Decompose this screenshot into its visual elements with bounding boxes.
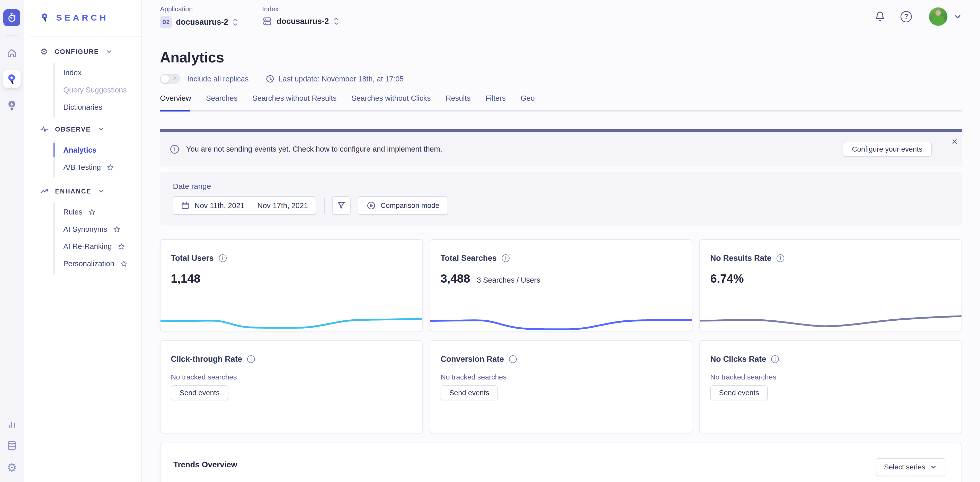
- info-icon[interactable]: i: [502, 254, 509, 262]
- chevron-down-icon: [98, 188, 105, 195]
- metric-value: 3,488: [441, 271, 470, 285]
- sidebar-item-label: Index: [63, 68, 81, 77]
- configure-events-button[interactable]: Configure your events: [843, 142, 932, 157]
- section-enhance-header[interactable]: ENHANCE: [40, 187, 135, 195]
- card-title: Click-through Rate: [171, 355, 242, 364]
- sidebar-item-personalization[interactable]: Personalization: [63, 255, 135, 272]
- home-nav-item[interactable]: [6, 48, 17, 59]
- info-icon[interactable]: i: [509, 355, 517, 363]
- timer-app-icon[interactable]: [3, 9, 20, 26]
- send-events-button[interactable]: Send events: [171, 385, 228, 400]
- no-clicks-rate-card: No Clicks Rate i No tracked searches Sen…: [699, 340, 962, 433]
- click-through-rate-card: Click-through Rate i No tracked searches…: [160, 340, 423, 433]
- sidebar-item-analytics[interactable]: Analytics: [63, 141, 135, 159]
- analytics-tabs: Overview Searches Searches without Resul…: [160, 94, 535, 110]
- include-replicas-toggle[interactable]: ✕: [160, 74, 180, 84]
- section-observe: OBSERVE Analytics A/B Testing: [40, 125, 135, 178]
- last-update-text: Last update: November 18th, at 17:05: [278, 75, 404, 83]
- star-icon[interactable]: [107, 164, 114, 171]
- search-pin-icon: [6, 73, 18, 84]
- info-icon[interactable]: i: [776, 254, 784, 262]
- chevron-down-icon: [953, 12, 962, 21]
- help-button[interactable]: ?: [900, 11, 912, 22]
- tab-searches[interactable]: Searches: [206, 94, 238, 110]
- send-events-button[interactable]: Send events: [441, 385, 498, 400]
- info-icon[interactable]: i: [247, 355, 255, 363]
- sidebar-item-label: Query Suggestions: [63, 86, 127, 94]
- section-observe-header[interactable]: OBSERVE: [40, 125, 135, 133]
- data-nav-item[interactable]: [6, 440, 17, 451]
- card-title: Conversion Rate: [441, 355, 504, 364]
- tab-overview[interactable]: Overview: [160, 94, 191, 110]
- total-searches-sparkline: [430, 295, 692, 331]
- index-selector[interactable]: docusaurus-2: [262, 16, 339, 27]
- sidebar-item-index[interactable]: Index: [63, 64, 135, 81]
- total-users-sparkline: [160, 295, 423, 331]
- select-series-button[interactable]: Select series: [876, 458, 945, 476]
- star-icon[interactable]: [113, 225, 121, 233]
- home-icon: [6, 48, 17, 59]
- sidebar-item-label: A/B Testing: [63, 163, 101, 172]
- search-product-logo[interactable]: SEARCH: [40, 12, 108, 22]
- page-title: Analytics: [160, 49, 224, 66]
- sidebar-item-label: AI Synonyms: [63, 225, 107, 233]
- search-pin-logo-icon: [40, 12, 49, 22]
- date-range-panel: Date range Nov 11th, 2021 Nov 17th, 2021…: [160, 172, 962, 225]
- close-icon[interactable]: ✕: [951, 138, 958, 146]
- info-icon[interactable]: i: [219, 254, 227, 262]
- star-icon[interactable]: [120, 260, 127, 268]
- section-enhance: ENHANCE Rules AI Synonyms AI Re-Ranking …: [40, 187, 135, 274]
- gear-icon: ⚙: [40, 47, 48, 56]
- star-icon[interactable]: [118, 243, 125, 251]
- index-label: Index: [262, 5, 339, 13]
- controls-divider: [325, 198, 325, 214]
- calendar-icon: [181, 201, 189, 210]
- section-configure-header[interactable]: ⚙ CONFIGURE: [40, 47, 135, 56]
- replicas-toggle-label: Include all replicas: [187, 75, 249, 83]
- filter-button[interactable]: [332, 196, 351, 215]
- context-selectors: Application D2 docusaurus-2 Index docusa…: [160, 5, 339, 28]
- application-value: docusaurus-2: [176, 17, 228, 27]
- sidebar-item-dictionaries[interactable]: Dictionaries: [63, 99, 135, 116]
- sidebar-item-query-suggestions[interactable]: Query Suggestions: [63, 81, 135, 99]
- index-selector-group: Index docusaurus-2: [262, 5, 339, 28]
- settings-nav-item[interactable]: ⚙: [7, 462, 17, 473]
- account-menu-button[interactable]: [953, 12, 962, 21]
- tabs-underline-track: [160, 110, 962, 111]
- total-searches-card: Total Searches i 3,488 3 Searches / User…: [430, 239, 692, 331]
- sort-chevrons-icon: [333, 17, 339, 26]
- application-selector[interactable]: D2 docusaurus-2: [160, 16, 239, 28]
- sidebar-item-label: Rules: [63, 208, 82, 216]
- send-events-button[interactable]: Send events: [710, 385, 768, 400]
- search-nav-item-active[interactable]: [3, 70, 21, 88]
- recommend-nav-item[interactable]: [7, 100, 17, 111]
- header-actions: ?: [874, 7, 962, 26]
- sidebar-item-ab-testing[interactable]: A/B Testing: [63, 159, 135, 176]
- question-mark-icon: ?: [904, 13, 908, 21]
- tab-geo[interactable]: Geo: [520, 94, 535, 110]
- sidebar-item-ai-synonyms[interactable]: AI Synonyms: [63, 221, 135, 238]
- lightbulb-flash-icon: [7, 100, 17, 111]
- end-date: Nov 17th, 2021: [258, 201, 308, 210]
- tab-searches-without-clicks[interactable]: Searches without Clicks: [352, 94, 431, 110]
- comparison-mode-button[interactable]: Comparison mode: [358, 196, 448, 215]
- tab-searches-without-results[interactable]: Searches without Results: [252, 94, 336, 110]
- usage-nav-item[interactable]: [7, 419, 17, 429]
- tab-results[interactable]: Results: [445, 94, 471, 110]
- sidebar-item-label: Personalization: [63, 260, 114, 268]
- metric-value: 6.74%: [710, 271, 744, 285]
- metric-value: 1,148: [171, 271, 200, 285]
- date-separator: [251, 200, 251, 211]
- sidebar-item-rules[interactable]: Rules: [63, 203, 135, 221]
- avatar[interactable]: [929, 7, 948, 26]
- logo-text: SEARCH: [56, 13, 108, 22]
- tab-filters[interactable]: Filters: [485, 94, 506, 110]
- date-range-picker[interactable]: Nov 11th, 2021 Nov 17th, 2021: [173, 196, 316, 215]
- app-rail: ⚙: [0, 0, 24, 482]
- info-icon[interactable]: i: [771, 355, 779, 363]
- sidebar-item-ai-re-ranking[interactable]: AI Re-Ranking: [63, 238, 135, 255]
- star-icon[interactable]: [88, 208, 96, 216]
- empty-state-text: No tracked searches: [441, 373, 682, 381]
- notifications-button[interactable]: [874, 11, 886, 22]
- empty-state-text: No tracked searches: [710, 373, 951, 381]
